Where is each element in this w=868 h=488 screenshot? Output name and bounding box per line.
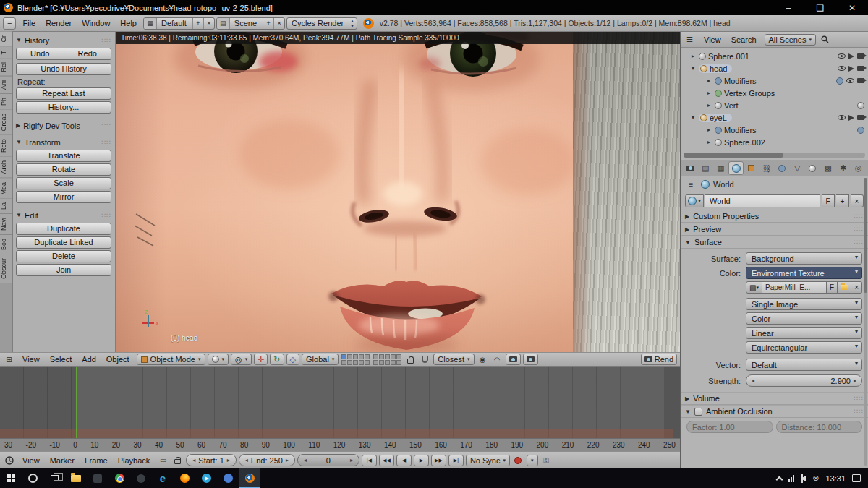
edit-tool-button[interactable]: Join (16, 264, 111, 276)
outliner-row[interactable]: ▸ Sphere.001 (681, 50, 868, 62)
panel-drag-dots-icon[interactable]: ∷∷ (102, 212, 111, 219)
lock-icon[interactable] (404, 354, 417, 365)
renderability-camera-icon[interactable] (857, 53, 864, 59)
next-keyframe-button[interactable]: ▶▶ (431, 455, 446, 466)
outliner-row[interactable]: ▸ Vert (681, 99, 868, 111)
panel-header-rigify[interactable]: ▶ Rigify Dev Tools ∷∷ (16, 119, 111, 132)
prev-keyframe-button[interactable]: ◀◀ (379, 455, 394, 466)
outliner-row[interactable]: ▸ Modifiers (681, 124, 868, 136)
visibility-eye-icon[interactable] (846, 78, 854, 83)
editor-type-icon[interactable]: ≡ (3, 17, 16, 30)
modifier-icon[interactable] (857, 127, 864, 134)
image-fake-user-button[interactable]: F (827, 281, 838, 294)
expander-icon[interactable]: ▸ (705, 77, 712, 84)
panel-header-preview[interactable]: ▶ Preview ∷∷ (681, 223, 868, 236)
panel-drag-dots-icon[interactable]: ∷∷ (854, 239, 864, 246)
transform-tool-button[interactable]: Translate (16, 150, 111, 162)
outliner-row[interactable]: ▾ head (681, 62, 868, 74)
image-name-field[interactable]: PaperMill_E... (762, 281, 827, 294)
arrow-right-icon[interactable]: ▸ (350, 457, 353, 463)
volume-icon[interactable] (801, 476, 806, 481)
toolshelf-tab[interactable]: T (0, 47, 12, 59)
opengl-render-anim-button[interactable] (523, 354, 538, 365)
manipulator-translate-button[interactable]: ✛ (254, 354, 268, 365)
snap-target-dropdown[interactable]: Closest ▾ (433, 354, 474, 365)
expander-icon[interactable]: ▸ (705, 90, 712, 96)
toolshelf-tab[interactable]: Obscur (0, 254, 12, 283)
layers-widget[interactable] (341, 354, 370, 365)
play-reverse-button[interactable]: ◀ (396, 455, 412, 466)
arrow-left-icon[interactable]: ◂ (752, 377, 754, 384)
status-badge-icon[interactable]: ⊗ (812, 474, 819, 483)
display-mode-dropdown[interactable]: All Scenes ▾ (765, 34, 817, 46)
panel-header-ambient-occlusion[interactable]: ▼ Ambient Occlusion ∷∷ (681, 405, 868, 418)
transform-tool-button[interactable]: Mirror (16, 191, 111, 203)
pinned-app-icon[interactable] (217, 468, 239, 488)
edit-tool-button[interactable]: Duplicate Linked (16, 236, 111, 249)
tab-physics-icon[interactable]: ◎ (851, 161, 866, 175)
world-name-field[interactable]: World (705, 194, 820, 207)
panel-header-edit[interactable]: ▼ Edit ∷∷ (16, 209, 111, 221)
toolshelf-tab[interactable]: La (0, 199, 12, 214)
arrow-right-icon[interactable]: ▸ (286, 457, 289, 463)
use-preview-range-icon[interactable]: ▭ (157, 455, 169, 466)
search-icon[interactable] (819, 34, 831, 46)
current-frame-field[interactable]: ◂ 0 ▸ (297, 454, 359, 466)
browse-world-dropdown[interactable]: ▾ (685, 194, 704, 207)
panel-drag-dots-icon[interactable]: ∷∷ (854, 213, 864, 220)
pinned-app-icon[interactable] (87, 468, 109, 488)
editor-type-icon[interactable] (3, 455, 15, 466)
screen-layout-selector[interactable]: ▦ Default + × (143, 17, 215, 30)
visibility-eye-icon[interactable] (838, 66, 846, 71)
interpolation-dropdown[interactable]: Linear (746, 327, 862, 339)
edge-icon[interactable]: e (152, 468, 174, 488)
3d-viewport[interactable]: Time:06:38.38 | Remaining:03:11:33.65 | … (116, 32, 680, 352)
projection-dropdown[interactable]: Equirectangular (746, 341, 862, 354)
tab-modifiers-icon[interactable] (775, 161, 789, 175)
file-explorer-icon[interactable] (65, 468, 87, 488)
outliner-horizontal-scrollbar[interactable] (684, 153, 865, 158)
timeline-menu[interactable]: Marker (45, 456, 80, 465)
history-button[interactable]: History... (16, 101, 111, 114)
manipulator-rotate-button[interactable]: ↻ (270, 354, 284, 365)
cortana-icon[interactable] (22, 468, 43, 488)
taskbar-clock[interactable]: 13:31 (825, 474, 846, 483)
panel-drag-dots-icon[interactable]: ∷∷ (102, 37, 111, 44)
expander-icon[interactable]: ▾ (689, 114, 697, 121)
outliner-row[interactable]: ▸ Vertex Groups (681, 87, 868, 99)
delete-scene-icon[interactable]: × (273, 18, 284, 29)
tab-particles-icon[interactable]: ✱ (836, 161, 851, 175)
toolshelf-tab[interactable]: Greas (0, 110, 12, 136)
panel-drag-dots-icon[interactable]: ∷∷ (854, 408, 864, 415)
end-frame-field[interactable]: ◂ End: 250 ▸ (239, 454, 295, 466)
undo-history-button[interactable]: Undo History (16, 63, 111, 75)
panel-header-transform[interactable]: ▼ Transform ∷∷ (16, 136, 111, 148)
editor-type-icon[interactable]: ☰ (684, 34, 696, 46)
outliner-row[interactable]: ▸ Sphere.002 (681, 136, 868, 148)
auto-keyframe-record-button[interactable] (512, 455, 524, 466)
timeline-menu[interactable]: Playback (113, 456, 156, 465)
ao-distance-slider[interactable]: Distance: 10.000 (776, 421, 863, 433)
start-frame-field[interactable]: ◂ Start: 1 ▸ (186, 454, 237, 466)
panel-drag-dots-icon[interactable]: ∷∷ (854, 226, 864, 233)
close-button[interactable]: ✕ (836, 0, 868, 15)
properties-scrollbar[interactable] (864, 178, 867, 466)
edit-tool-button[interactable]: Duplicate (16, 223, 111, 235)
viewport-menu[interactable]: Add (77, 355, 101, 364)
add-layout-icon[interactable]: + (192, 18, 203, 29)
viewport-menu[interactable]: Object (101, 355, 135, 364)
open-image-folder-button[interactable] (838, 281, 851, 294)
ao-factor-slider[interactable]: Factor: 1.00 (686, 421, 773, 433)
transform-tool-button[interactable]: Scale (16, 177, 111, 189)
network-icon[interactable] (788, 475, 794, 482)
toolshelf-tab[interactable]: Navi (0, 214, 12, 235)
panel-header-history[interactable]: ▼ History ∷∷ (16, 34, 111, 46)
visibility-eye-icon[interactable] (838, 53, 846, 59)
action-center-icon[interactable] (852, 474, 861, 482)
selectability-arrow-icon[interactable] (848, 53, 854, 59)
keying-set-dropdown[interactable]: ▾ (527, 455, 538, 466)
visibility-eye-icon[interactable] (838, 115, 846, 120)
panel-drag-dots-icon[interactable]: ∷∷ (854, 395, 864, 402)
jump-to-end-button[interactable]: ▶| (448, 455, 464, 466)
timeline-menu[interactable]: Frame (80, 456, 113, 465)
